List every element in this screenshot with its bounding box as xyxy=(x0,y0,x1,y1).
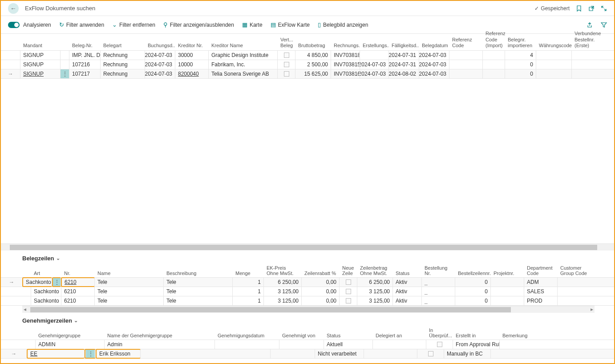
checkbox[interactable] xyxy=(284,71,289,77)
col-name[interactable]: Name xyxy=(95,271,164,276)
row-more-button[interactable]: ⋮ xyxy=(61,69,69,78)
line-row[interactable]: Sachkonto 6210 Tele Tele 1 3 125,00 0,00… xyxy=(1,296,614,306)
col-brutto[interactable]: Bruttobetrag xyxy=(295,43,331,49)
col-erstellungs[interactable]: Erstellungs... xyxy=(360,43,389,49)
col-belegnrimport[interactable]: Belegnr. importieren xyxy=(505,37,536,49)
card-button[interactable]: ▦Karte xyxy=(242,21,263,28)
col-menge[interactable]: Menge xyxy=(233,271,264,276)
remove-filter-label: Filter entfernen xyxy=(119,22,155,28)
col-delegiert[interactable]: Delegiert an xyxy=(373,333,426,338)
col-zbetrag[interactable]: Zeilenbetrag Ohne MwSt. xyxy=(357,265,393,276)
col-vertbeleg[interactable]: Vert... Beleg xyxy=(278,37,295,49)
popout-icon[interactable] xyxy=(588,5,595,12)
card-label: Karte xyxy=(250,22,263,28)
exflow-card-icon: ▤ xyxy=(271,21,276,28)
row-more-button[interactable]: ⋮ xyxy=(53,278,61,287)
col-status[interactable]: Status xyxy=(393,271,422,276)
col-belegnr[interactable]: Beleg-Nr. xyxy=(69,43,101,49)
col-nr[interactable]: Nr. xyxy=(61,271,95,276)
col-bemerkung[interactable]: Bemerkung xyxy=(500,333,553,338)
page-title: ExFlow Dokumente suchen xyxy=(25,5,95,12)
lines-header: Art Nr. Name Beschreibung Menge EK-Preis… xyxy=(1,264,614,278)
col-beschreibung[interactable]: Beschreibung xyxy=(164,271,233,276)
col-neuezeile[interactable]: Neue Zeile xyxy=(340,265,357,276)
line-row[interactable]: Sachkonto 6210 Tele Tele 1 3 125,00 0,00… xyxy=(1,287,614,296)
col-gruppe[interactable]: Genehmigergruppe xyxy=(36,333,105,338)
approvers-grid: Genehmigergruppe Name der Genehmigergrup… xyxy=(1,327,614,363)
col-erstelltin[interactable]: Erstellt in xyxy=(453,333,500,338)
col-ekpreis[interactable]: EK-Preis Ohne MwSt. xyxy=(264,265,302,276)
col-inueberpruef[interactable]: In Überprüf... xyxy=(426,328,453,338)
checkbox[interactable] xyxy=(346,298,351,303)
back-button[interactable]: ← xyxy=(8,3,19,14)
toggle-filter-label: Filter anzeigen/ausblenden xyxy=(170,22,234,28)
col-custgroup[interactable]: Customer Group Code xyxy=(558,265,591,276)
apply-filter-button[interactable]: ↻Filter anwenden xyxy=(59,21,104,28)
col-belegart[interactable]: Belegart xyxy=(101,43,145,49)
approver-row[interactable]: → EE ⋮ Erik Eriksson Nicht verarbeitet M… xyxy=(1,349,614,359)
share-icon[interactable] xyxy=(587,22,593,28)
remove-filter-button[interactable]: ⌄Filter entfernen xyxy=(112,21,155,28)
documents-grid: Mandant Beleg-Nr. Belegart Buchungsd... … xyxy=(1,34,614,79)
refresh-icon: ↻ xyxy=(59,21,64,28)
col-refcodeimport[interactable]: Referenz Code (Import) xyxy=(483,31,505,49)
saved-label: Gespeichert xyxy=(541,5,570,12)
col-kreditornr[interactable]: Kreditor Nr. xyxy=(175,43,209,49)
filter-toggle-icon: ⚲ xyxy=(163,21,168,28)
check-icon: ✓ xyxy=(534,5,539,12)
toggle-filter-button[interactable]: ⚲Filter anzeigen/ausblenden xyxy=(163,21,234,28)
col-refcode[interactable]: Referenz Code xyxy=(449,37,483,49)
lines-scrollbar[interactable]: ◂ ▸ xyxy=(22,306,595,313)
lines-section-header[interactable]: Belegzeilen ⌄ xyxy=(1,251,614,264)
chevron-down-icon: ⌄ xyxy=(56,255,60,261)
col-belegdatum[interactable]: Belegdatum xyxy=(419,43,449,49)
approvers-section-header[interactable]: Genehmigerzeilen ⌄ xyxy=(1,313,614,327)
analyze-toggle[interactable] xyxy=(8,22,20,28)
approvers-header: Genehmigergruppe Name der Genehmigergrup… xyxy=(1,327,614,340)
table-row[interactable]: SIGNUP IMP. JNL. D... Rechnung 2024-07-0… xyxy=(1,51,614,60)
col-bestellnr[interactable]: Bestellung Nr. xyxy=(422,265,455,276)
col-faellig[interactable]: Fälligkeitsd... xyxy=(389,43,419,49)
checkbox[interactable] xyxy=(284,53,289,58)
grid-header: Mandant Beleg-Nr. Belegart Buchungsd... … xyxy=(1,34,614,51)
checkbox[interactable] xyxy=(437,342,442,347)
clear-filter-icon: ⌄ xyxy=(112,21,117,28)
col-kreditorname[interactable]: Kreditor Name xyxy=(209,43,278,49)
col-mandant[interactable]: Mandant xyxy=(20,43,69,49)
col-verbbestell[interactable]: Verbundene Bestellnr. (Erste) xyxy=(572,31,603,49)
apply-filter-label: Filter anwenden xyxy=(66,22,104,28)
approver-row[interactable]: ADMIN Admin Aktuell From Approval Rule..… xyxy=(1,340,614,349)
col-waehrung[interactable]: Währungscode xyxy=(536,43,572,49)
approvers-title: Genehmigerzeilen xyxy=(22,317,72,324)
filter-pane-icon[interactable] xyxy=(601,22,607,28)
col-buchungsd[interactable]: Buchungsd... xyxy=(145,43,175,49)
show-image-label: Belegbild anzeigen xyxy=(323,22,368,28)
checkbox[interactable] xyxy=(284,62,289,67)
col-bestellz[interactable]: Bestellzeilennr. xyxy=(455,271,491,276)
col-rabatt[interactable]: Zeilenrabatt % xyxy=(302,271,340,276)
exflow-card-button[interactable]: ▤ExFlow Karte xyxy=(271,21,310,28)
titlebar: ← ExFlow Dokumente suchen ✓ Gespeichert xyxy=(1,1,614,16)
grid-scrollbar[interactable] xyxy=(1,243,614,251)
analyze-label: Analysieren xyxy=(23,22,51,28)
col-deptcode[interactable]: Department Code xyxy=(524,265,558,276)
checkbox[interactable] xyxy=(428,351,433,356)
collapse-icon[interactable] xyxy=(601,5,607,12)
exflow-card-label: ExFlow Karte xyxy=(278,22,310,28)
col-gruppename[interactable]: Name der Genehmigergruppe xyxy=(105,333,215,338)
toolbar: Analysieren ↻Filter anwenden ⌄Filter ent… xyxy=(1,16,614,34)
table-row[interactable]: → SIGNUP ⋮ 107217 Rechnung 2024-07-03 82… xyxy=(1,69,614,79)
table-row[interactable]: SIGNUP 107216 Rechnung 2024-07-03 10000 … xyxy=(1,60,614,69)
col-rechnungs[interactable]: Rechnungs... xyxy=(331,43,360,49)
checkbox[interactable] xyxy=(346,289,351,294)
line-row[interactable]: → Sachkonto ⋮ 6210 Tele Tele 1 6 250,00 … xyxy=(1,278,614,287)
col-von[interactable]: Genehmigt von xyxy=(279,333,324,338)
row-more-button[interactable]: ⋮ xyxy=(86,349,95,358)
bookmark-icon[interactable] xyxy=(576,5,582,12)
col-art[interactable]: Art xyxy=(31,271,61,276)
col-datum[interactable]: Genehmigungsdatum xyxy=(215,333,279,338)
col-projektnr[interactable]: Projektnr. xyxy=(491,271,524,276)
show-image-button[interactable]: ▯Belegbild anzeigen xyxy=(318,21,368,28)
checkbox[interactable] xyxy=(346,279,351,285)
col-appstatus[interactable]: Status xyxy=(324,333,373,338)
